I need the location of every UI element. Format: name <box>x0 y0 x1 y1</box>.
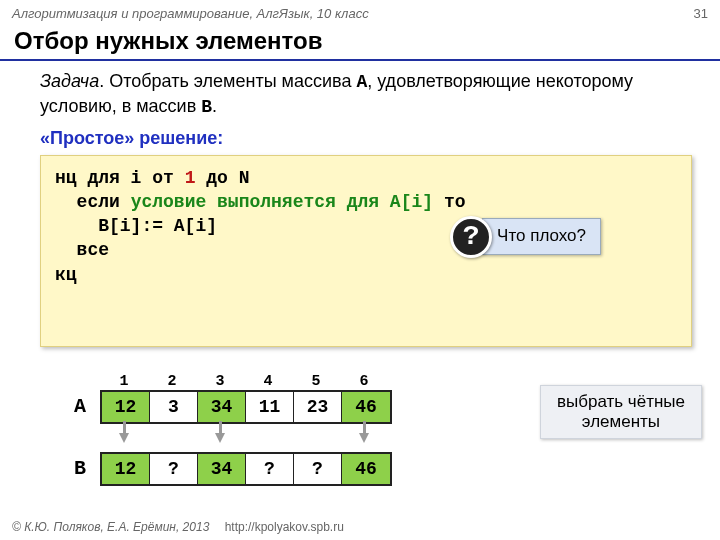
cell: ? <box>150 454 198 484</box>
side-note-l2: элементы <box>582 412 660 431</box>
idx-4: 4 <box>244 373 292 390</box>
array-a-label: A <box>60 395 100 418</box>
array-b-name: B <box>201 97 212 117</box>
code-l2a: если <box>55 192 131 212</box>
array-a-cells: 12334112346 <box>100 390 392 424</box>
array-b-cells: 12?34??46 <box>100 452 392 486</box>
header: Алгоритмизация и программирование, АлгЯз… <box>0 0 720 27</box>
arrays-diagram: 1 2 3 4 5 6 A 12334112346 B 12?34??46 вы… <box>40 373 692 486</box>
arrow-slot <box>148 424 196 452</box>
idx-2: 2 <box>148 373 196 390</box>
copyright: © К.Ю. Поляков, Е.А. Ерёмин, 2013 <box>12 520 209 534</box>
course-label: Алгоритмизация и программирование, АлгЯз… <box>12 6 369 21</box>
idx-3: 3 <box>196 373 244 390</box>
cell: ? <box>294 454 342 484</box>
code-l1-num: 1 <box>185 168 196 188</box>
array-b-label: B <box>60 457 100 480</box>
arrow-down-icon <box>215 433 225 443</box>
idx-6: 6 <box>340 373 388 390</box>
side-note-l1: выбрать чётные <box>557 392 685 411</box>
cell: 23 <box>294 392 342 422</box>
arrow-slot <box>340 424 388 452</box>
code-l3: B[i]:= A[i] <box>55 216 217 236</box>
code-l5: кц <box>55 265 77 285</box>
code-l1b: до N <box>195 168 249 188</box>
cell: 12 <box>102 454 150 484</box>
side-note: выбрать чётные элементы <box>540 385 702 440</box>
cell: ? <box>246 454 294 484</box>
cell: 46 <box>342 454 390 484</box>
cell: 46 <box>342 392 390 422</box>
footer: © К.Ю. Поляков, Е.А. Ерёмин, 2013 http:/… <box>12 520 344 534</box>
code-l2b: то <box>433 192 465 212</box>
arrow-down-icon <box>359 433 369 443</box>
arrow-slot <box>196 424 244 452</box>
page-number: 31 <box>694 6 708 21</box>
solution-heading: «Простое» решение: <box>40 128 692 149</box>
task-text-1: . Отобрать элементы массива <box>99 71 356 91</box>
arrow-down-icon <box>119 433 129 443</box>
cell: 11 <box>246 392 294 422</box>
code-l2-cond: условие выполняется для A[i] <box>131 192 433 212</box>
cell: 34 <box>198 392 246 422</box>
arrow-slot <box>100 424 148 452</box>
callout-text: Что плохо? <box>482 218 601 255</box>
callout: ? Что плохо? <box>450 216 601 258</box>
footer-url: http://kpolyakov.spb.ru <box>225 520 344 534</box>
cell: 34 <box>198 454 246 484</box>
array-a-name: A <box>356 72 367 92</box>
cell: 3 <box>150 392 198 422</box>
code-l4: все <box>55 240 109 260</box>
arrow-slot <box>292 424 340 452</box>
page-title: Отбор нужных элементов <box>0 27 720 61</box>
idx-1: 1 <box>100 373 148 390</box>
task-text-3: . <box>212 96 217 116</box>
task-paragraph: Задача. Отобрать элементы массива A, удо… <box>40 69 692 120</box>
task-label: Задача <box>40 71 99 91</box>
cell: 12 <box>102 392 150 422</box>
arrow-slot <box>244 424 292 452</box>
code-block: нц для i от 1 до N если условие выполняе… <box>40 155 692 347</box>
array-b-row: B 12?34??46 <box>60 452 692 486</box>
idx-5: 5 <box>292 373 340 390</box>
code-l1a: нц для i от <box>55 168 185 188</box>
question-icon: ? <box>450 216 492 258</box>
